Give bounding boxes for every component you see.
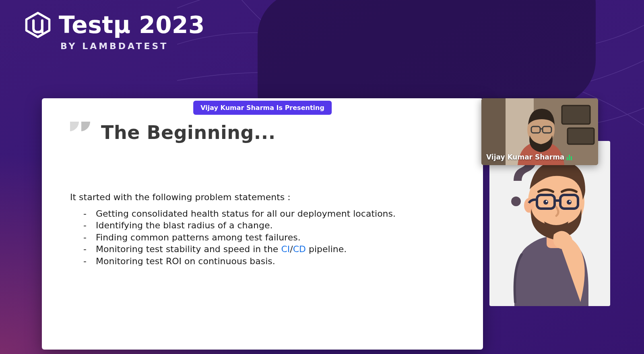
bullet-text: Monitoring test stability and speed in t… (96, 244, 347, 255)
presenter-name-label: Vijay Kumar Sharma (486, 153, 572, 161)
svg-point-11 (546, 201, 547, 202)
svg-rect-1 (386, 0, 596, 105)
cd-link[interactable]: CD (293, 244, 306, 254)
ci-link[interactable]: CI (281, 244, 290, 254)
slide-title: The Beginning... (101, 122, 276, 143)
bullet-item: - Monitoring test stability and speed in… (70, 243, 467, 255)
event-subtitle: BY LAMBDATEST (60, 41, 205, 51)
bullet-text: Monitoring test ROI on continuous basis. (96, 256, 275, 267)
svg-rect-17 (568, 128, 594, 144)
bullet-text: Finding common patterns among test failu… (96, 232, 301, 243)
quote-icon (70, 122, 91, 140)
bullet-item: -Getting consolidated health status for … (70, 208, 467, 220)
mic-active-icon (567, 154, 572, 160)
testmu-logo-icon (24, 11, 52, 39)
presentation-slide: Vijay Kumar Sharma Is Presenting The Beg… (42, 98, 483, 350)
bullet-text: Getting consolidated health status for a… (96, 208, 396, 219)
svg-point-9 (543, 200, 548, 205)
thinking-man-illustration (489, 141, 610, 306)
slide-intro: It started with the following problem st… (70, 192, 467, 203)
presenter-video-tile[interactable]: Vijay Kumar Sharma (481, 98, 598, 165)
svg-marker-2 (26, 13, 49, 37)
slide-body: It started with the following problem st… (70, 192, 467, 267)
event-header: Testµ 2023 BY LAMBDATEST (24, 11, 205, 51)
svg-point-12 (569, 201, 571, 202)
presenting-badge: Vijay Kumar Sharma Is Presenting (193, 101, 332, 115)
event-title: Testµ 2023 (59, 11, 205, 39)
bullet-item: -Monitoring test ROI on continuous basis… (70, 255, 467, 267)
bullet-item: -Identifying the blast radius of a chang… (70, 219, 467, 232)
svg-point-3 (511, 197, 521, 206)
svg-point-10 (567, 200, 572, 205)
bullet-item: -Finding common patterns among test fail… (70, 232, 467, 244)
bullet-text: Identifying the blast radius of a change… (96, 220, 272, 231)
svg-rect-16 (562, 106, 590, 124)
